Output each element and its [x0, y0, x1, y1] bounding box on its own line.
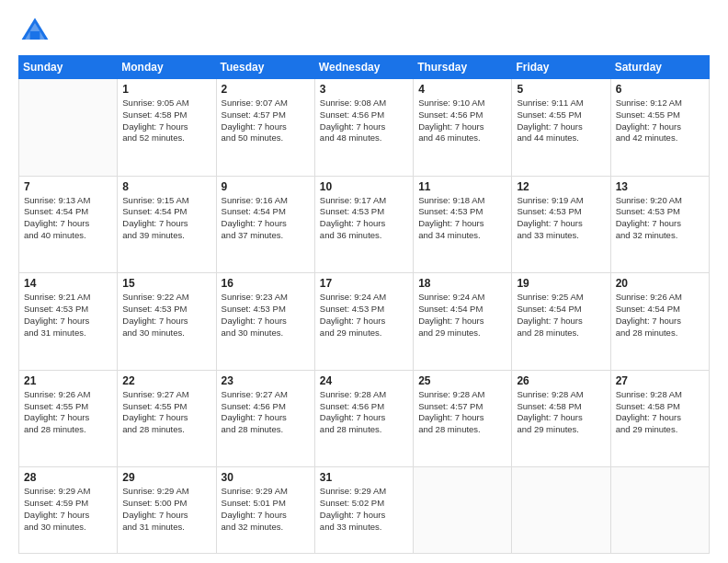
- day-number: 12: [517, 180, 605, 193]
- day-number: 14: [24, 277, 112, 290]
- day-number: 11: [418, 180, 506, 193]
- week-row-3: 14Sunrise: 9:21 AM Sunset: 4:53 PM Dayli…: [19, 273, 710, 371]
- calendar-cell: 15Sunrise: 9:22 AM Sunset: 4:53 PM Dayli…: [118, 273, 216, 371]
- cell-info: Sunrise: 9:24 AM Sunset: 4:54 PM Dayligh…: [418, 292, 506, 339]
- calendar-cell: 30Sunrise: 9:29 AM Sunset: 5:01 PM Dayli…: [216, 467, 314, 554]
- day-number: 19: [517, 277, 605, 290]
- calendar-cell: 14Sunrise: 9:21 AM Sunset: 4:53 PM Dayli…: [19, 273, 118, 371]
- cell-info: Sunrise: 9:29 AM Sunset: 4:59 PM Dayligh…: [24, 486, 112, 533]
- calendar-cell: 3Sunrise: 9:08 AM Sunset: 4:56 PM Daylig…: [314, 79, 413, 177]
- calendar-cell: 1Sunrise: 9:05 AM Sunset: 4:58 PM Daylig…: [118, 79, 216, 177]
- day-number: 28: [24, 471, 112, 484]
- cell-info: Sunrise: 9:19 AM Sunset: 4:53 PM Dayligh…: [517, 195, 605, 242]
- calendar-cell: 22Sunrise: 9:27 AM Sunset: 4:55 PM Dayli…: [118, 370, 216, 467]
- weekday-header-saturday: Saturday: [610, 56, 709, 79]
- cell-info: Sunrise: 9:08 AM Sunset: 4:56 PM Dayligh…: [320, 98, 408, 144]
- day-number: 18: [418, 277, 506, 290]
- cell-info: Sunrise: 9:22 AM Sunset: 4:53 PM Dayligh…: [122, 292, 210, 339]
- day-number: 2: [222, 83, 310, 96]
- calendar-cell: 28Sunrise: 9:29 AM Sunset: 4:59 PM Dayli…: [19, 467, 118, 554]
- cell-info: Sunrise: 9:07 AM Sunset: 4:57 PM Dayligh…: [222, 98, 310, 144]
- calendar-cell: 25Sunrise: 9:28 AM Sunset: 4:57 PM Dayli…: [414, 370, 512, 467]
- cell-info: Sunrise: 9:24 AM Sunset: 4:53 PM Dayligh…: [320, 292, 408, 339]
- calendar-cell: [414, 467, 512, 554]
- calendar-cell: 10Sunrise: 9:17 AM Sunset: 4:53 PM Dayli…: [314, 176, 413, 273]
- weekday-header-wednesday: Wednesday: [314, 56, 413, 79]
- day-number: 10: [320, 180, 408, 193]
- weekday-header-thursday: Thursday: [414, 56, 512, 79]
- cell-info: Sunrise: 9:05 AM Sunset: 4:58 PM Dayligh…: [122, 98, 210, 144]
- cell-info: Sunrise: 9:28 AM Sunset: 4:57 PM Dayligh…: [418, 389, 506, 436]
- day-number: 5: [517, 83, 605, 96]
- logo-icon: [18, 15, 51, 48]
- day-number: 27: [616, 374, 704, 387]
- day-number: 8: [122, 180, 210, 193]
- calendar-cell: [610, 467, 709, 554]
- header: [18, 15, 710, 48]
- cell-info: Sunrise: 9:11 AM Sunset: 4:55 PM Dayligh…: [517, 98, 605, 144]
- week-row-5: 28Sunrise: 9:29 AM Sunset: 4:59 PM Dayli…: [19, 467, 710, 554]
- weekday-header-row: SundayMondayTuesdayWednesdayThursdayFrid…: [19, 56, 710, 79]
- cell-info: Sunrise: 9:25 AM Sunset: 4:54 PM Dayligh…: [517, 292, 605, 339]
- cell-info: Sunrise: 9:17 AM Sunset: 4:53 PM Dayligh…: [320, 195, 408, 242]
- cell-info: Sunrise: 9:26 AM Sunset: 4:54 PM Dayligh…: [616, 292, 704, 339]
- day-number: 25: [418, 374, 506, 387]
- calendar-cell: 5Sunrise: 9:11 AM Sunset: 4:55 PM Daylig…: [512, 79, 610, 177]
- cell-info: Sunrise: 9:28 AM Sunset: 4:58 PM Dayligh…: [616, 389, 704, 436]
- day-number: 23: [222, 374, 310, 387]
- calendar-cell: 20Sunrise: 9:26 AM Sunset: 4:54 PM Dayli…: [610, 273, 709, 371]
- cell-info: Sunrise: 9:21 AM Sunset: 4:53 PM Dayligh…: [24, 292, 112, 339]
- cell-info: Sunrise: 9:27 AM Sunset: 4:55 PM Dayligh…: [122, 389, 210, 436]
- day-number: 3: [320, 83, 408, 96]
- calendar-cell: 8Sunrise: 9:15 AM Sunset: 4:54 PM Daylig…: [118, 176, 216, 273]
- calendar-cell: 4Sunrise: 9:10 AM Sunset: 4:56 PM Daylig…: [414, 79, 512, 177]
- calendar-cell: 17Sunrise: 9:24 AM Sunset: 4:53 PM Dayli…: [314, 273, 413, 371]
- weekday-header-tuesday: Tuesday: [216, 56, 314, 79]
- day-number: 9: [222, 180, 310, 193]
- day-number: 31: [320, 471, 408, 484]
- calendar-cell: [19, 79, 118, 177]
- calendar-cell: 12Sunrise: 9:19 AM Sunset: 4:53 PM Dayli…: [512, 176, 610, 273]
- calendar-cell: 11Sunrise: 9:18 AM Sunset: 4:53 PM Dayli…: [414, 176, 512, 273]
- cell-info: Sunrise: 9:18 AM Sunset: 4:53 PM Dayligh…: [418, 195, 506, 242]
- weekday-header-monday: Monday: [118, 56, 216, 79]
- day-number: 16: [222, 277, 310, 290]
- calendar-cell: 7Sunrise: 9:13 AM Sunset: 4:54 PM Daylig…: [19, 176, 118, 273]
- calendar-cell: 23Sunrise: 9:27 AM Sunset: 4:56 PM Dayli…: [216, 370, 314, 467]
- cell-info: Sunrise: 9:10 AM Sunset: 4:56 PM Dayligh…: [418, 98, 506, 144]
- day-number: 22: [122, 374, 210, 387]
- day-number: 1: [122, 83, 210, 96]
- calendar-cell: 29Sunrise: 9:29 AM Sunset: 5:00 PM Dayli…: [118, 467, 216, 554]
- day-number: 26: [517, 374, 605, 387]
- calendar-cell: 13Sunrise: 9:20 AM Sunset: 4:53 PM Dayli…: [610, 176, 709, 273]
- cell-info: Sunrise: 9:29 AM Sunset: 5:00 PM Dayligh…: [122, 486, 210, 533]
- day-number: 21: [24, 374, 112, 387]
- cell-info: Sunrise: 9:28 AM Sunset: 4:56 PM Dayligh…: [320, 389, 408, 436]
- day-number: 30: [222, 471, 310, 484]
- cell-info: Sunrise: 9:20 AM Sunset: 4:53 PM Dayligh…: [616, 195, 704, 242]
- page: SundayMondayTuesdayWednesdayThursdayFrid…: [0, 0, 728, 563]
- day-number: 20: [616, 277, 704, 290]
- cell-info: Sunrise: 9:29 AM Sunset: 5:01 PM Dayligh…: [222, 486, 310, 533]
- cell-info: Sunrise: 9:29 AM Sunset: 5:02 PM Dayligh…: [320, 486, 408, 533]
- cell-info: Sunrise: 9:15 AM Sunset: 4:54 PM Dayligh…: [122, 195, 210, 242]
- cell-info: Sunrise: 9:13 AM Sunset: 4:54 PM Dayligh…: [24, 195, 112, 242]
- svg-rect-2: [30, 31, 40, 40]
- day-number: 6: [616, 83, 704, 96]
- logo: [18, 15, 55, 48]
- week-row-2: 7Sunrise: 9:13 AM Sunset: 4:54 PM Daylig…: [19, 176, 710, 273]
- calendar-cell: 27Sunrise: 9:28 AM Sunset: 4:58 PM Dayli…: [610, 370, 709, 467]
- day-number: 29: [122, 471, 210, 484]
- day-number: 17: [320, 277, 408, 290]
- calendar-cell: 18Sunrise: 9:24 AM Sunset: 4:54 PM Dayli…: [414, 273, 512, 371]
- calendar-cell: 26Sunrise: 9:28 AM Sunset: 4:58 PM Dayli…: [512, 370, 610, 467]
- cell-info: Sunrise: 9:28 AM Sunset: 4:58 PM Dayligh…: [517, 389, 605, 436]
- calendar-cell: 9Sunrise: 9:16 AM Sunset: 4:54 PM Daylig…: [216, 176, 314, 273]
- day-number: 7: [24, 180, 112, 193]
- calendar-cell: 19Sunrise: 9:25 AM Sunset: 4:54 PM Dayli…: [512, 273, 610, 371]
- calendar-table: SundayMondayTuesdayWednesdayThursdayFrid…: [18, 55, 710, 554]
- week-row-4: 21Sunrise: 9:26 AM Sunset: 4:55 PM Dayli…: [19, 370, 710, 467]
- cell-info: Sunrise: 9:23 AM Sunset: 4:53 PM Dayligh…: [222, 292, 310, 339]
- day-number: 24: [320, 374, 408, 387]
- cell-info: Sunrise: 9:27 AM Sunset: 4:56 PM Dayligh…: [222, 389, 310, 436]
